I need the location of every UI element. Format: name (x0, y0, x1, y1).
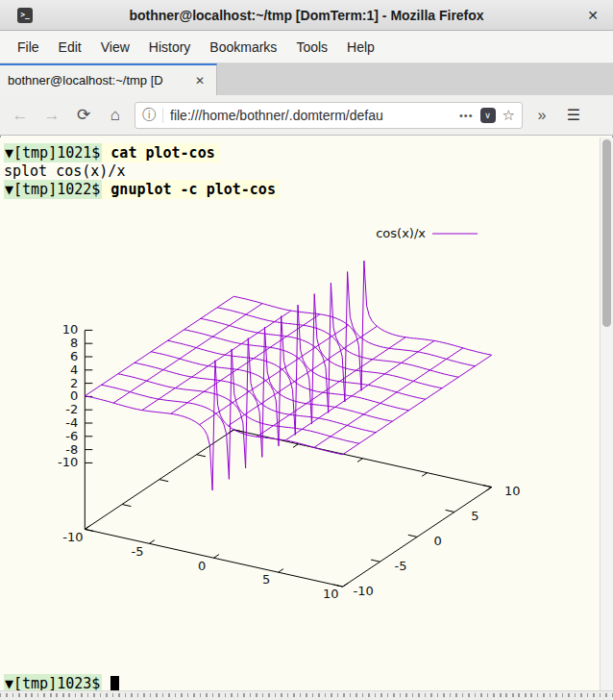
app-icon: >_ (17, 8, 33, 23)
horizontal-scrollbar-thumb[interactable] (0, 693, 613, 697)
command-cat-plot-cos: cat plot-cos (102, 143, 218, 162)
svg-text:10: 10 (504, 484, 521, 498)
menu-item-history[interactable]: History (139, 36, 201, 59)
terminal-viewport: ▼[tmp]1021$cat plot-cos splot cos(x)/x ▼… (0, 138, 613, 700)
horizontal-scrollbar[interactable] (0, 690, 613, 700)
overflow-chevron-icon[interactable]: » (529, 103, 554, 128)
forward-icon[interactable]: → (39, 103, 64, 128)
terminal-output-line: splot cos(x)/x (4, 162, 596, 181)
terminal-cursor (110, 676, 119, 691)
svg-text:5: 5 (471, 509, 478, 523)
tab-bar: bothner@localhost:~/tmp [D ✕ (0, 63, 613, 95)
tab-close-icon[interactable]: ✕ (191, 72, 208, 89)
svg-text:-5: -5 (394, 559, 406, 573)
svg-text:-10: -10 (62, 530, 83, 544)
svg-text:0: 0 (198, 559, 206, 573)
window-titlebar: >_ bothner@localhost:~/tmp [DomTerm:1] -… (0, 0, 613, 31)
hamburger-menu-icon[interactable]: ☰ (561, 103, 586, 128)
page-actions-icon[interactable]: ••• (459, 110, 474, 121)
window-close-icon[interactable]: ✕ (582, 5, 603, 26)
svg-text:0: 0 (70, 388, 78, 403)
back-icon[interactable]: ← (8, 103, 33, 128)
gnuplot-3d-plot: 1086420-2-4-6-8-10-10-50510-10-50510cos(… (0, 199, 596, 627)
prompt-fold-icon[interactable]: ▼ (4, 143, 13, 162)
svg-text:-10: -10 (58, 455, 78, 469)
reload-icon[interactable]: ⟳ (71, 103, 96, 128)
gnuplot-output: 1086420-2-4-6-8-10-10-50510-10-50510cos(… (0, 199, 596, 631)
svg-text:5: 5 (262, 572, 270, 587)
svg-text:10: 10 (323, 587, 339, 601)
svg-text:0: 0 (434, 534, 442, 548)
svg-text:cos(x)/x: cos(x)/x (376, 226, 426, 240)
menu-item-view[interactable]: View (91, 36, 139, 59)
url-separator (162, 108, 163, 123)
menu-item-file[interactable]: File (8, 36, 49, 59)
svg-text:4: 4 (70, 362, 78, 377)
menu-bar: File Edit View History Bookmarks Tools H… (0, 31, 613, 63)
menu-item-tools[interactable]: Tools (286, 36, 337, 59)
svg-text:2: 2 (70, 376, 78, 390)
menu-item-edit[interactable]: Edit (49, 36, 91, 59)
vertical-scrollbar[interactable] (600, 138, 613, 690)
bookmark-star-icon[interactable]: ☆ (503, 107, 515, 124)
url-text[interactable]: file:///home/bothner/.domterm/defau (170, 108, 453, 123)
menu-item-bookmarks[interactable]: Bookmarks (200, 36, 286, 59)
svg-text:8: 8 (70, 336, 78, 350)
prompt-fold-icon[interactable]: ▼ (4, 180, 13, 199)
navigation-toolbar: ← → ⟳ ⌂ ⓘ file:///home/bothner/.domterm/… (0, 95, 613, 136)
svg-text:-6: -6 (65, 429, 78, 443)
vertical-scrollbar-thumb[interactable] (602, 139, 611, 327)
pocket-icon[interactable]: ∨ (480, 108, 496, 123)
svg-text:6: 6 (70, 349, 78, 363)
tab-title: bothner@localhost:~/tmp [D (8, 73, 185, 88)
menu-item-help[interactable]: Help (337, 36, 384, 59)
browser-tab[interactable]: bothner@localhost:~/tmp [D ✕ (0, 63, 217, 95)
svg-text:-5: -5 (131, 544, 143, 559)
url-bar[interactable]: ⓘ file:///home/bothner/.domterm/defau ••… (135, 102, 523, 129)
output-text: splot cos(x)/x (4, 162, 125, 180)
svg-text:-10: -10 (354, 584, 374, 598)
command-gnuplot: gnuplot -c plot-cos (102, 180, 280, 199)
svg-text:10: 10 (62, 322, 79, 337)
svg-text:-8: -8 (65, 442, 78, 457)
site-info-icon[interactable]: ⓘ (142, 107, 156, 124)
svg-text:-2: -2 (65, 402, 78, 416)
shell-prompt-1022: [tmp]1022$ (13, 180, 102, 199)
window-title: bothner@localhost:~/tmp [DomTerm:1] - Mo… (38, 8, 575, 23)
shell-prompt-1021: [tmp]1021$ (13, 143, 102, 162)
svg-text:-4: -4 (65, 415, 78, 430)
home-icon[interactable]: ⌂ (103, 103, 128, 128)
terminal-line-2: ▼[tmp]1022$gnuplot -c plot-cos (4, 181, 596, 199)
terminal-line-1: ▼[tmp]1021$cat plot-cos (4, 144, 596, 162)
